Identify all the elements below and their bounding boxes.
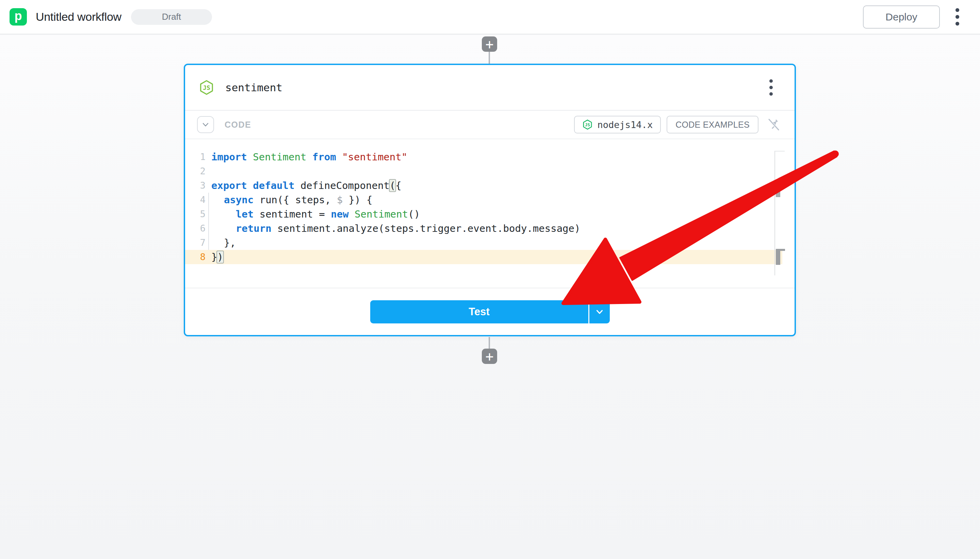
node-card-sentiment: JS sentiment CODE JS nodejs14.x COD <box>184 64 796 336</box>
code-section-toolbar: CODE JS nodejs14.x CODE EXAMPLES <box>185 111 795 139</box>
chevron-down-icon <box>595 308 604 316</box>
line-number: 2 <box>185 164 206 179</box>
status-badge: Draft <box>131 9 212 25</box>
test-button[interactable]: Test <box>370 300 588 323</box>
code-line-4[interactable]: 4 async run({ steps, $ }) { <box>185 193 782 207</box>
topbar-left: p Untitled workflow Draft <box>10 8 212 26</box>
cursor-position-mark-bar <box>776 250 780 265</box>
collapse-section-button[interactable] <box>197 116 214 133</box>
connector-line-top <box>488 52 490 64</box>
chevron-down-icon <box>201 121 210 129</box>
pin-disabled-icon <box>767 117 781 132</box>
indent-guide <box>208 207 209 221</box>
runtime-label: nodejs14.x <box>597 119 653 130</box>
indent-guide <box>208 193 209 207</box>
svg-text:JS: JS <box>203 84 210 91</box>
svg-text:JS: JS <box>585 122 590 127</box>
code-line-8[interactable]: 8}) <box>185 250 782 264</box>
node-menu-kebab-icon[interactable] <box>765 79 777 96</box>
line-number: 6 <box>185 221 206 236</box>
code-section-label: CODE <box>224 120 251 130</box>
test-footer: Test <box>185 288 795 335</box>
workflow-editor-page: p Untitled workflow Draft Deploy + JS se… <box>0 0 980 559</box>
connector-line-bottom <box>488 337 490 349</box>
code-examples-button[interactable]: CODE EXAMPLES <box>667 116 759 134</box>
indent-guide <box>208 221 209 236</box>
scrollbar-track[interactable] <box>774 151 775 275</box>
code-line-6[interactable]: 6 return sentiment.analyze(steps.trigger… <box>185 221 782 236</box>
line-number: 5 <box>185 207 206 221</box>
runtime-selector[interactable]: JS nodejs14.x <box>574 116 661 134</box>
test-split-button: Test <box>370 300 610 323</box>
line-number: 3 <box>185 179 206 193</box>
scrollbar-thumb[interactable] <box>776 184 780 197</box>
add-step-above-button[interactable]: + <box>482 36 497 52</box>
code-line-7[interactable]: 7 }, <box>185 236 782 250</box>
scrollbar-cap <box>774 151 785 152</box>
unpin-editor-button[interactable] <box>766 117 782 132</box>
add-step-below-button[interactable]: + <box>482 349 497 364</box>
workflow-title[interactable]: Untitled workflow <box>36 10 122 23</box>
code-line-1[interactable]: 1import Sentiment from "sentiment" <box>185 150 782 164</box>
code-editor[interactable]: 1import Sentiment from "sentiment"23expo… <box>185 139 795 289</box>
code-line-2[interactable]: 2 <box>185 164 782 179</box>
nodejs-icon-small: JS <box>582 119 593 130</box>
line-number: 7 <box>185 236 206 250</box>
deploy-button[interactable]: Deploy <box>863 5 940 28</box>
workflow-menu-kebab-icon[interactable] <box>952 8 963 26</box>
node-header: JS sentiment <box>185 65 795 111</box>
topbar: p Untitled workflow Draft Deploy <box>0 0 980 35</box>
line-number: 1 <box>185 150 206 164</box>
code-line-5[interactable]: 5 let sentiment = new Sentiment() <box>185 207 782 221</box>
code-line-3[interactable]: 3export default defineComponent({ <box>185 179 782 193</box>
node-title[interactable]: sentiment <box>225 81 282 94</box>
test-options-dropdown[interactable] <box>589 300 610 323</box>
nodejs-icon: JS <box>199 79 214 96</box>
indent-guide <box>208 236 209 250</box>
line-number: 4 <box>185 193 206 207</box>
code-lines: 1import Sentiment from "sentiment"23expo… <box>185 150 795 264</box>
topbar-right: Deploy <box>863 5 963 28</box>
line-number: 8 <box>185 250 206 264</box>
pipedream-logo-icon: p <box>10 8 27 26</box>
